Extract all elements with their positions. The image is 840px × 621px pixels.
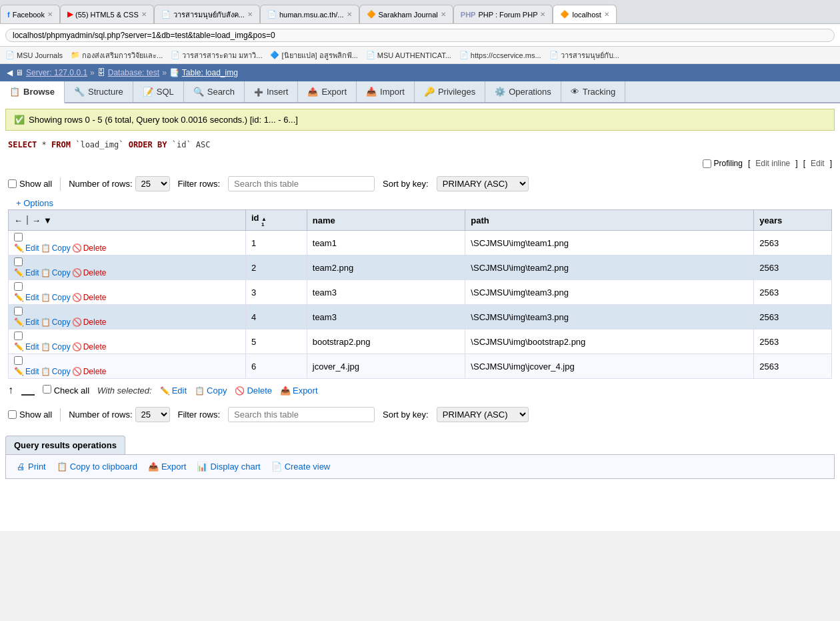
delete-link[interactable]: 🚫 Delete: [72, 318, 107, 327]
copy-link[interactable]: 📋 Copy: [41, 367, 71, 376]
bottom-num-rows-select[interactable]: 25 50 100 250 500: [135, 407, 170, 422]
edit-link[interactable]: ✏️ Edit: [14, 342, 39, 352]
row-checkbox[interactable]: [14, 233, 23, 241]
tab-facebook[interactable]: f Facebook ✕: [0, 5, 60, 23]
copy-link[interactable]: 📋 Copy: [41, 243, 71, 253]
tab-localhost[interactable]: 🔶 localhost ✕: [553, 5, 616, 23]
copy-link[interactable]: 📋 Copy: [41, 318, 71, 327]
edit-link[interactable]: ✏️ Edit: [14, 268, 39, 277]
row-id: 4: [245, 305, 307, 330]
tab-close[interactable]: ✕: [540, 11, 545, 18]
edit-inline-link[interactable]: Edit inline: [755, 159, 790, 168]
tab-youtube[interactable]: ▶ (55) HTML5 & CSS ✕: [60, 5, 154, 23]
row-checkbox[interactable]: [14, 282, 23, 291]
edit-link[interactable]: ✏️ Edit: [14, 243, 39, 253]
filter-rows-input[interactable]: [228, 176, 375, 191]
ops-export-link[interactable]: Export: [148, 462, 187, 472]
tab-insert[interactable]: Insert: [245, 81, 299, 102]
copy-link[interactable]: 📋 Copy: [41, 268, 71, 277]
sql-select-keyword: SELECT: [8, 140, 37, 149]
bookmark-varasarn2[interactable]: 📄 วารสารมนุษย์กับ...: [549, 49, 619, 61]
address-input[interactable]: [5, 29, 835, 42]
bottom-filter-rows-input[interactable]: [228, 407, 375, 422]
bookmark-research[interactable]: 📁 กองส่งเสริมการวิจัยและ...: [71, 49, 163, 61]
bookmark-msu[interactable]: 📄 MSU Journals: [5, 51, 63, 59]
show-all-checkbox[interactable]: [8, 179, 17, 188]
check-all-checkbox[interactable]: [43, 385, 51, 394]
num-rows-select[interactable]: 25 50 100 250 500: [135, 176, 170, 191]
tab-structure[interactable]: Structure: [65, 81, 133, 102]
th-name[interactable]: name: [307, 210, 465, 231]
profiling-checkbox[interactable]: [703, 159, 711, 168]
bookmark-ccservice[interactable]: 📄 https://ccservice.ms...: [459, 51, 541, 59]
tab-import[interactable]: Import: [357, 81, 415, 102]
bottom-show-all-checkbox[interactable]: [8, 410, 17, 419]
scroll-to-top-icon[interactable]: ↑: [8, 384, 13, 396]
tab-php[interactable]: PHP PHP : Forum PHP ✕: [453, 5, 553, 23]
bookmark-novel[interactable]: 🔷 [นิยายแปล] อสูรพลิกฟ้...: [270, 49, 357, 61]
tab-sql[interactable]: SQL: [133, 81, 184, 102]
tab-close[interactable]: ✕: [47, 11, 53, 18]
tab-search[interactable]: Search: [184, 81, 245, 102]
edit-link[interactable]: ✏️ Edit: [14, 318, 39, 327]
tab-human[interactable]: 📄 human.msu.ac.th/... ✕: [260, 5, 359, 23]
th-id[interactable]: id ▲ 1: [245, 210, 307, 231]
tab-operations[interactable]: Operations: [485, 81, 561, 102]
bulk-edit-link[interactable]: Edit: [160, 386, 187, 396]
bottom-sort-key-select[interactable]: PRIMARY (ASC) PRIMARY (DESC) None: [437, 407, 529, 422]
tab-export[interactable]: Export: [298, 81, 357, 102]
bottom-show-all-label[interactable]: Show all: [8, 410, 52, 420]
delete-link[interactable]: 🚫 Delete: [72, 367, 107, 376]
tab-tracking[interactable]: Tracking: [561, 81, 625, 102]
th-path[interactable]: path: [465, 210, 754, 231]
tab-label: localhost: [572, 11, 601, 19]
delete-link[interactable]: 🚫 Delete: [72, 293, 107, 302]
row-checkbox[interactable]: [14, 356, 23, 365]
tab-close[interactable]: ✕: [247, 11, 253, 18]
bulk-export-link[interactable]: Export: [280, 386, 318, 396]
display-chart-link[interactable]: Display chart: [197, 462, 260, 472]
tab-close[interactable]: ✕: [347, 11, 352, 18]
breadcrumb-collapse[interactable]: ◀: [7, 68, 13, 77]
copy-link[interactable]: 📋 Copy: [41, 293, 71, 302]
edit-link[interactable]: Edit: [811, 159, 825, 168]
column-resize-bar[interactable]: [27, 215, 28, 225]
bulk-delete-link[interactable]: Delete: [235, 386, 272, 396]
bookmark-varasarn[interactable]: 📄 วารสารสาระดาม มหาวิ...: [171, 49, 262, 61]
tab-close[interactable]: ✕: [441, 11, 446, 18]
tab-close[interactable]: ✕: [141, 11, 147, 18]
show-all-label[interactable]: Show all: [8, 179, 52, 189]
print-link[interactable]: Print: [17, 462, 46, 472]
tab-varasarn1[interactable]: 📄 วารสารมนุษย์กับสังค... ✕: [154, 5, 260, 23]
tab-privileges[interactable]: Privileges: [415, 81, 485, 102]
bookmark-auth[interactable]: 📄 MSU AUTHENTICAT...: [366, 51, 451, 59]
check-icon: ✅: [14, 115, 25, 125]
table-icon: 📑: [169, 68, 179, 77]
delete-link[interactable]: 🚫 Delete: [72, 243, 107, 253]
row-checkbox[interactable]: [14, 332, 23, 340]
options-link[interactable]: + Options: [8, 195, 61, 211]
id-sort-arrows[interactable]: ▲ 1: [261, 217, 267, 227]
copy-clipboard-link[interactable]: Copy to clipboard: [57, 462, 137, 472]
delete-link[interactable]: 🚫 Delete: [72, 342, 107, 352]
create-view-link[interactable]: Create view: [271, 462, 331, 472]
tab-close[interactable]: ✕: [604, 11, 609, 18]
profiling-label[interactable]: Profiling: [703, 159, 743, 168]
tab-sarakham[interactable]: 🔶 Sarakham Journal ✕: [359, 5, 453, 23]
edit-link[interactable]: ✏️ Edit: [14, 293, 39, 302]
delete-link[interactable]: 🚫 Delete: [72, 268, 107, 277]
sort-key-select[interactable]: PRIMARY (ASC) PRIMARY (DESC) None: [437, 176, 529, 191]
server-link[interactable]: Server: 127.0.0.1: [26, 68, 87, 77]
th-years[interactable]: years: [754, 210, 832, 231]
tab-browse[interactable]: Browse: [0, 81, 65, 103]
print-icon: [17, 462, 25, 472]
bulk-copy-link[interactable]: Copy: [195, 386, 227, 396]
edit-link[interactable]: ✏️ Edit: [14, 367, 39, 376]
copy-link[interactable]: 📋 Copy: [41, 342, 71, 352]
check-all-label[interactable]: Check all: [43, 385, 89, 396]
row-checkbox[interactable]: [14, 257, 23, 266]
table-link[interactable]: Table: load_img: [182, 68, 238, 77]
db-link[interactable]: Database: test: [108, 68, 159, 77]
col-resize-handle[interactable]: ← → ▼: [14, 215, 240, 225]
row-checkbox[interactable]: [14, 307, 23, 316]
